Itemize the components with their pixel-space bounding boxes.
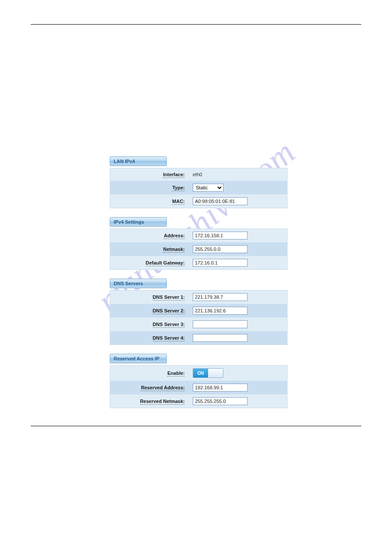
toggle-off-side [208,369,223,377]
bottom-rule [31,426,361,426]
label-type: Type: [110,181,189,194]
reserved-address-input[interactable] [193,384,248,392]
label-dns2: DNS Server 2: [110,305,189,317]
label-dns3: DNS Server 3: [110,318,189,330]
row-dns4: DNS Server 4: [110,331,287,345]
label-enable: Enable: [110,367,189,379]
dns1-input[interactable] [193,293,248,301]
ipv4-settings-panel: Address: Netmask: Default Gateway: [110,229,288,270]
row-reserved-address: Reserved Address: [110,381,287,395]
label-dns1: DNS Server 1: [110,291,189,303]
row-address: Address: [110,229,287,243]
label-dns4: DNS Server 4: [110,332,189,344]
enable-toggle[interactable]: ON [193,368,223,378]
row-reserved-netmask: Reserved Netmask: [110,395,287,408]
netmask-input[interactable] [193,245,248,253]
label-address: Address: [110,229,189,242]
row-dns2: DNS Server 2: [110,304,287,318]
address-input[interactable] [193,232,248,239]
reserved-netmask-input[interactable] [193,397,248,405]
row-gateway: Default Gateway: [110,256,287,269]
lan-ipv4-header: LAN IPv4 [110,156,167,166]
label-reserved-netmask: Reserved Netmask: [110,395,189,407]
row-dns1: DNS Server 1: [110,290,287,304]
row-type: Type: Static [110,181,287,195]
label-gateway: Default Gateway: [110,257,189,269]
row-enable: Enable: ON [110,366,287,381]
mac-input[interactable] [193,197,248,205]
dns-servers-header: DNS Servers [110,279,167,288]
label-reserved-address: Reserved Address: [110,381,189,394]
reserved-access-header: Reserved Access IP [110,354,167,363]
reserved-access-panel: Enable: ON Reserved Address: Reserved Ne… [110,365,288,408]
value-interface: eth0 [189,169,287,180]
settings-form: LAN IPv4 Interface: eth0 Type: Static MA… [110,156,288,408]
row-interface: Interface: eth0 [110,168,287,181]
dns-servers-panel: DNS Server 1: DNS Server 2: DNS Server 3… [110,290,288,345]
toggle-on-label: ON [193,369,208,377]
label-mac: MAC: [110,195,189,207]
gateway-input[interactable] [193,259,248,267]
dns3-input[interactable] [193,320,248,328]
top-rule [31,24,361,25]
row-netmask: Netmask: [110,243,287,256]
dns2-input[interactable] [193,307,248,315]
label-netmask: Netmask: [110,243,189,255]
dns4-input[interactable] [193,334,248,342]
ipv4-settings-header: IPv4 Settings [110,217,167,227]
row-mac: MAC: [110,195,287,208]
type-select[interactable]: Static [193,184,223,192]
label-interface: Interface: [110,168,189,181]
row-dns3: DNS Server 3: [110,318,287,331]
lan-ipv4-panel: Interface: eth0 Type: Static MAC: [110,168,288,208]
